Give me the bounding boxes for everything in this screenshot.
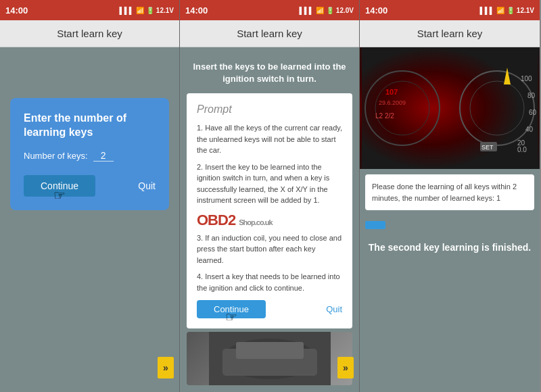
panel-2: 14:00 ▌▌▌ 📶 🔋 12.0V Start learn key Inse… xyxy=(180,0,360,392)
input-label-1: Number of keys: xyxy=(24,151,88,161)
dashboard-photo: 100 80 60 40 20 107 29.6.2009 L2 2/2 SET… xyxy=(360,47,540,169)
panel-1: 14:00 ▌▌▌ 📶 🔋 12.1V Start learn key Ente… xyxy=(0,0,180,392)
panel-content-1: Enter the number of learning keys Number… xyxy=(0,47,179,392)
next-arrow-1[interactable]: » xyxy=(158,357,174,378)
title-text-3: Start learn key xyxy=(417,28,483,39)
info-text: Please done the learning of all keys wit… xyxy=(372,182,517,202)
title-bar-2: Start learn key xyxy=(180,20,359,47)
status-icons-3: ▌▌▌ 📶 🔋 12.1V xyxy=(480,7,534,14)
svg-text:0.0: 0.0 xyxy=(517,146,527,153)
wifi-icon-3: 📶 xyxy=(496,7,504,14)
battery-icon-3: 🔋 xyxy=(507,7,515,14)
title-bar-3: Start learn key xyxy=(360,20,540,47)
cursor-hand-1: ☞ xyxy=(53,187,66,203)
prompt-step3: 3. If an induction coil, you need to clo… xyxy=(197,232,342,266)
cursor-hand-2: ☞ xyxy=(225,309,237,325)
signal-icon-3: ▌▌▌ xyxy=(480,7,494,14)
number-of-keys-dialog: Enter the number of learning keys Number… xyxy=(10,98,169,210)
car-photo xyxy=(187,332,352,385)
battery-icon: 🔋 xyxy=(146,7,154,14)
dialog-buttons-1: Continue ☞ Quit xyxy=(24,175,156,197)
prompt-step4: 4. Insert a key that needs to be learned… xyxy=(197,271,342,293)
signal-icon-2: ▌▌▌ xyxy=(300,7,314,14)
number-of-keys-input[interactable] xyxy=(93,150,114,162)
continue-wrapper-2: Continue ☞ xyxy=(197,300,266,318)
finishing-text: The second key learning is finished. xyxy=(367,241,533,255)
info-panel: Please done the learning of all keys wit… xyxy=(365,174,534,210)
quit-button-2[interactable]: Quit xyxy=(326,300,342,318)
prompt-title: Prompt xyxy=(197,103,342,116)
panel-content-2: Insert the keys to be learned into the i… xyxy=(180,47,359,392)
obd2-watermark: OBD2 Shop.co.uk xyxy=(197,212,342,229)
status-icons-1: ▌▌▌ 📶 🔋 12.1V xyxy=(120,7,174,14)
svg-rect-5 xyxy=(362,47,538,169)
status-bar-1: 14:00 ▌▌▌ 📶 🔋 12.1V xyxy=(0,0,179,20)
voltage-1: 12.1V xyxy=(156,7,174,14)
dashboard-inner: 100 80 60 40 20 107 29.6.2009 L2 2/2 SET… xyxy=(360,47,540,169)
svg-text:40: 40 xyxy=(525,126,534,133)
time-1: 14:00 xyxy=(5,5,28,16)
continue-wrapper: Continue ☞ xyxy=(24,175,95,197)
status-icons-2: ▌▌▌ 📶 🔋 12.0V xyxy=(300,7,354,14)
dashboard-svg: 100 80 60 40 20 107 29.6.2009 L2 2/2 SET… xyxy=(362,47,538,169)
voltage-2: 12.0V xyxy=(336,7,354,14)
dialog-title-1: Enter the number of learning keys xyxy=(24,112,156,140)
status-bar-2: 14:00 ▌▌▌ 📶 🔋 12.0V xyxy=(180,0,359,20)
insert-instruction: Insert the keys to be learned into the i… xyxy=(187,61,352,85)
wifi-icon-2: 📶 xyxy=(316,7,324,14)
next-arrow-2[interactable]: » xyxy=(337,357,354,378)
panel-3: 14:00 ▌▌▌ 📶 🔋 12.1V Start learn key xyxy=(360,0,540,392)
title-text-1: Start learn key xyxy=(57,28,122,39)
svg-text:60: 60 xyxy=(529,109,537,116)
quit-button-1[interactable]: Quit xyxy=(138,175,156,197)
voltage-3: 12.1V xyxy=(517,7,534,14)
svg-rect-3 xyxy=(236,342,304,359)
title-text-2: Start learn key xyxy=(237,28,302,39)
progress-bar xyxy=(365,221,385,229)
status-bar-3: 14:00 ▌▌▌ 📶 🔋 12.1V xyxy=(360,0,540,20)
prompt-buttons: Continue ☞ Quit xyxy=(197,300,342,318)
wifi-icon: 📶 xyxy=(136,7,144,14)
svg-text:29.6.2009: 29.6.2009 xyxy=(379,99,406,106)
signal-icon: ▌▌▌ xyxy=(120,7,134,14)
prompt-box: Prompt 1. Have all the keys of the curre… xyxy=(187,93,352,328)
time-2: 14:00 xyxy=(185,5,208,16)
svg-text:L2 2/2: L2 2/2 xyxy=(375,112,394,120)
svg-text:107: 107 xyxy=(385,88,398,96)
prompt-step2: 2. Insert the key to be learned into the… xyxy=(197,162,342,206)
input-row-1: Number of keys: xyxy=(24,150,156,162)
svg-text:SET: SET xyxy=(481,144,494,151)
car-svg xyxy=(209,332,331,385)
title-bar-1: Start learn key xyxy=(0,20,179,47)
time-3: 14:00 xyxy=(365,5,387,16)
svg-text:100: 100 xyxy=(521,75,532,82)
prompt-step1: 1. Have all the keys of the current car … xyxy=(197,122,342,156)
svg-text:80: 80 xyxy=(527,92,536,99)
battery-icon-2: 🔋 xyxy=(326,7,334,14)
